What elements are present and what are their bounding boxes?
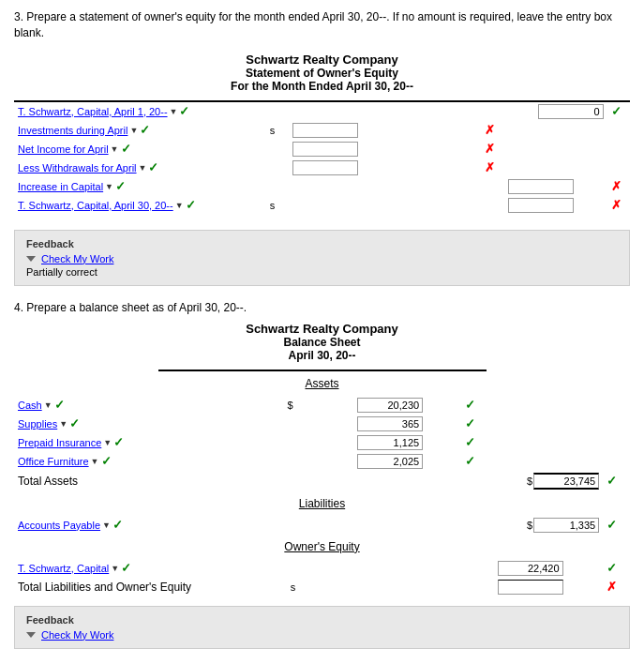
input-schwartz-capital[interactable] [498,561,563,576]
triangle-icon-3 [26,256,36,262]
check-my-work-4[interactable]: Check My Work [41,629,113,641]
input-cash[interactable] [357,398,423,413]
assets-table: Cash ▼ ✓ $ ✓ Supplies ▼ ✓ [14,396,630,491]
check-label-6: ✓ [186,198,196,212]
label-schwartz-capital[interactable]: T. Schwartz, Capital [18,563,109,574]
equity-statement-title: Statement of Owner's Equity [14,67,630,80]
dd-cash[interactable]: ▼ [44,400,52,410]
equity-row-4: Less Withdrawals for April ▼ ✓ ✗ [14,158,630,177]
label-prepaid[interactable]: Prepaid Insurance [18,437,101,448]
instruction-4: 4. Prepare a balance sheet as of April 3… [14,301,630,314]
dropdown-arrow-3[interactable]: ▼ [111,144,119,154]
label-withdrawals[interactable]: Less Withdrawals for April [18,162,137,174]
bs-date: April 30, 20-- [14,349,630,362]
input-net-income[interactable] [292,142,358,157]
feedback-section-4: Feedback Check My Work [14,606,630,649]
check-cash-label: ✓ [54,398,65,412]
equity-date-line: For the Month Ended April 30, 20-- [14,80,630,93]
liabilities-label: Liabilities [14,497,630,510]
equity-row-capital: T. Schwartz, Capital ▼ ✓ ✓ [14,559,630,578]
check-input-4: ✗ [485,160,495,174]
label-net-income[interactable]: Net Income for April [18,143,109,155]
check-accounts-payable: ✓ [607,518,617,532]
bs-company-name: Schwartz Realty Company [14,322,630,336]
equity-statement-header: Schwartz Realty Company Statement of Own… [14,53,630,93]
label-cash[interactable]: Cash [18,400,42,411]
feedback-4-title: Feedback [26,614,618,626]
dd-schwartz-capital[interactable]: ▼ [111,564,119,573]
equity-row-5: Increase in Capital ▼ ✓ ✗ [14,177,630,196]
label-accounts-payable[interactable]: Accounts Payable [18,520,100,531]
check-furniture: ✓ [465,454,475,468]
equity-row-1: T. Schwartz, Capital, April 1, 20-- ▼ ✓ … [14,102,630,121]
feedback-3-title: Feedback [26,238,618,249]
check-input-5: ✗ [611,179,622,193]
check-prepaid: ✓ [465,435,475,449]
check-input-2: ✗ [485,123,495,137]
input-prepaid[interactable] [357,435,423,450]
equity-row-6: T. Schwartz, Capital, April 30, 20-- ▼ ✓… [14,196,630,215]
input-accounts-payable[interactable] [533,518,599,533]
check-prepaid-label: ✓ [113,435,124,449]
balance-sheet-header: Schwartz Realty Company Balance Sheet Ap… [14,322,630,362]
check-input-1: ✓ [611,104,622,118]
total-liab-equity-row: Total Liabilities and Owner's Equity s ✗ [14,578,630,596]
equity-company-name: Schwartz Realty Company [14,53,630,67]
check-supplies-label: ✓ [69,416,80,430]
bs-title: Balance Sheet [14,336,630,349]
total-assets-label: Total Assets [18,475,78,488]
check-total-liab-equity: ✗ [607,580,617,594]
input-total-assets[interactable] [533,473,599,490]
dropdown-arrow-2[interactable]: ▼ [129,126,138,135]
partially-correct-3: Partially correct [26,266,618,278]
check-input-3: ✗ [485,142,495,156]
check-schwartz-capital: ✓ [607,561,617,575]
input-supplies[interactable] [357,416,423,431]
check-my-work-3[interactable]: Check My Work [41,253,113,264]
owners-equity-table: T. Schwartz, Capital ▼ ✓ ✓ Total Liabili… [14,559,630,596]
assets-label: Assets [14,377,630,390]
dd-furniture[interactable]: ▼ [91,457,99,466]
check-cash: ✓ [465,398,475,412]
label-capital-april1[interactable]: T. Schwartz, Capital, April 1, 20-- [18,106,168,117]
check-label-4: ✓ [148,160,158,174]
input-investments[interactable] [292,123,358,138]
check-furniture-label: ✓ [101,454,112,468]
check-ap-label: ✓ [112,518,123,532]
input-withdrawals[interactable] [292,160,358,175]
check-supplies: ✓ [465,416,475,430]
dd-accounts-payable[interactable]: ▼ [102,521,111,530]
check-label-2: ✓ [140,123,150,137]
dropdown-arrow-5[interactable]: ▼ [105,182,113,191]
label-investments[interactable]: Investments during April [18,125,127,136]
section-4: 4. Prepare a balance sheet as of April 3… [14,301,630,596]
liab-row-accounts-payable: Accounts Payable ▼ ✓ $ ✓ [14,516,630,535]
label-capital-april30[interactable]: T. Schwartz, Capital, April 30, 20-- [18,200,173,211]
input-capital-april30[interactable] [508,198,574,213]
owners-equity-label: Owner's Equity [14,540,630,553]
check-sc-label: ✓ [121,561,131,575]
dd-prepaid[interactable]: ▼ [103,438,112,447]
label-supplies[interactable]: Supplies [18,418,57,430]
label-furniture[interactable]: Office Furniture [18,456,89,467]
input-capital-april1[interactable] [538,104,604,119]
asset-row-supplies: Supplies ▼ ✓ ✓ [14,415,630,433]
dd-supplies[interactable]: ▼ [59,419,67,429]
total-assets-row: Total Assets $ ✓ [14,471,630,491]
label-increase-capital[interactable]: Increase in Capital [18,181,103,192]
dropdown-arrow-4[interactable]: ▼ [139,163,147,173]
asset-row-prepaid: Prepaid Insurance ▼ ✓ ✓ [14,433,630,452]
dropdown-arrow-1[interactable]: ▼ [170,107,178,116]
check-total-assets: ✓ [607,474,617,488]
asset-row-cash: Cash ▼ ✓ $ ✓ [14,396,630,415]
equity-table: T. Schwartz, Capital, April 1, 20-- ▼ ✓ … [14,102,630,215]
feedback-section-3: Feedback Check My Work Partially correct [14,230,630,286]
triangle-icon-4 [26,632,36,638]
equity-row-2: Investments during April ▼ ✓ s ✗ [14,121,630,140]
dropdown-arrow-6[interactable]: ▼ [175,201,184,210]
input-increase-capital[interactable] [508,179,574,194]
check-input-6: ✗ [611,198,622,212]
asset-row-furniture: Office Furniture ▼ ✓ ✓ [14,452,630,471]
input-total-liab-equity[interactable] [498,580,563,595]
input-furniture[interactable] [357,454,423,469]
